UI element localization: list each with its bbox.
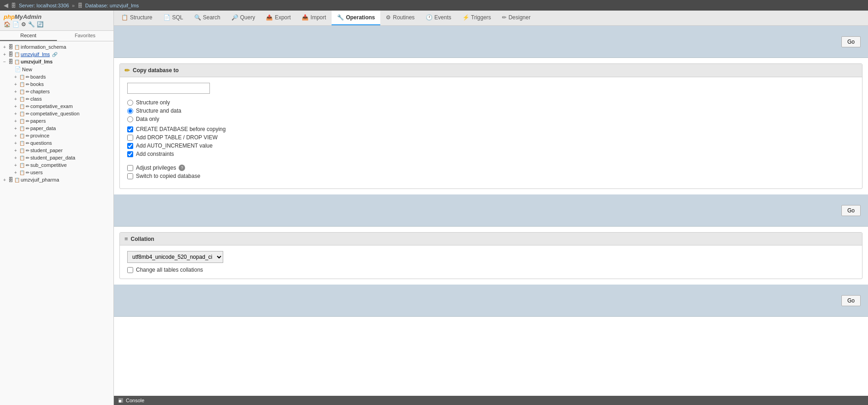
breadcrumb-bar: ◀ 🗄 Server: localhost:3306 » 🗄 Database:… bbox=[0, 0, 868, 11]
cb-create-db[interactable]: CREATE DATABASE before copying bbox=[127, 126, 855, 132]
table-label: student_paper_data bbox=[30, 155, 75, 160]
db-icon2: 📋 bbox=[14, 45, 20, 50]
db-item-questions[interactable]: + 📋 ✏ questions bbox=[0, 139, 113, 147]
db-breadcrumb[interactable]: Database: umzvjuif_lms bbox=[85, 3, 139, 8]
db-item-papers[interactable]: + 📋 ✏ papers bbox=[0, 117, 113, 125]
cb-switch-db[interactable]: Switch to copied database bbox=[127, 173, 855, 179]
table-label: boards bbox=[30, 74, 46, 80]
tab-triggers[interactable]: ⚡ Triggers bbox=[457, 11, 497, 25]
nav-back-button[interactable]: ◀ bbox=[4, 2, 8, 9]
cb-constraints[interactable]: Add constraints bbox=[127, 151, 855, 157]
bottom-go-button[interactable]: Go bbox=[841, 295, 861, 306]
radio-data-only-input[interactable] bbox=[127, 116, 133, 122]
tab-sql[interactable]: 📄 SQL bbox=[158, 11, 189, 25]
db-item-student-paper[interactable]: + 📋 ✏ student_paper bbox=[0, 147, 113, 154]
edit-icon: ✏ bbox=[26, 104, 29, 109]
cb-constraints-label: Add constraints bbox=[136, 151, 174, 157]
db-item-umzvjuif-pharma[interactable]: + 🗄 📋 umzvjuif_pharma bbox=[0, 176, 113, 183]
cb-change-collation[interactable]: Change all tables collations bbox=[127, 267, 855, 273]
table-label: student_paper bbox=[30, 148, 62, 153]
tab-query[interactable]: 🔎 Query bbox=[226, 11, 261, 25]
cb-adjust-priv-input[interactable] bbox=[127, 165, 133, 171]
db-item-information-schema[interactable]: + 🗄 📋 information_schema bbox=[0, 43, 113, 51]
db-item-sub-competitive[interactable]: + 📋 ✏ sub_competitive bbox=[0, 161, 113, 169]
cb-drop-table-input[interactable] bbox=[127, 135, 133, 141]
tab-operations[interactable]: 🔧 Operations bbox=[332, 11, 380, 25]
link-icon: 🔗 bbox=[52, 52, 57, 57]
table-label: books bbox=[30, 81, 44, 87]
db-icon: 🗄 bbox=[8, 177, 13, 183]
cb-constraints-input[interactable] bbox=[127, 151, 133, 157]
cb-adjust-priv[interactable]: Adjust privileges ? bbox=[127, 165, 855, 171]
db-item-new[interactable]: 📄 New bbox=[0, 65, 113, 73]
db-item-competative-question[interactable]: + 📋 ✏ competative_question bbox=[0, 110, 113, 117]
cb-create-db-input[interactable] bbox=[127, 126, 133, 132]
cb-change-collation-input[interactable] bbox=[127, 267, 133, 273]
cb-drop-table[interactable]: Add DROP TABLE / DROP VIEW bbox=[127, 134, 855, 141]
db-item-users[interactable]: + 📋 ✏ users bbox=[0, 169, 113, 176]
db-item-class[interactable]: + 📋 ✏ class bbox=[0, 95, 113, 103]
designer-icon: ✏ bbox=[502, 14, 507, 21]
docs-icon[interactable]: 📄 bbox=[12, 21, 19, 28]
radio-structure-data[interactable]: Structure and data bbox=[127, 108, 855, 114]
tab-structure[interactable]: 📋 Structure bbox=[116, 11, 158, 25]
db-item-books[interactable]: + 📋 ✏ books bbox=[0, 80, 113, 88]
db-icon: 🗄 bbox=[8, 51, 13, 57]
copy-database-panel: ✏ Copy database to Structure only bbox=[119, 63, 862, 189]
db-item-student-paper-data[interactable]: + 📋 ✏ student_paper_data bbox=[0, 154, 113, 161]
tab-search[interactable]: 🔍 Search bbox=[189, 11, 226, 25]
db-label: information_schema bbox=[21, 44, 66, 50]
tools-icon[interactable]: 🔧 bbox=[28, 21, 35, 28]
tab-export[interactable]: 📤 Export bbox=[260, 11, 296, 25]
db-item-umzvjuif-lms-expanded[interactable]: − 🗄 📋 umzvjuif_lms bbox=[0, 58, 113, 65]
db-item-paper-data[interactable]: + 📋 ✏ paper_data bbox=[0, 125, 113, 132]
main-content: 📋 Structure 📄 SQL 🔍 Search 🔎 Query 📤 bbox=[114, 11, 868, 405]
middle-go-button[interactable]: Go bbox=[841, 205, 861, 216]
top-go-button[interactable]: Go bbox=[841, 36, 861, 47]
tab-bar: 📋 Structure 📄 SQL 🔍 Search 🔎 Query 📤 bbox=[114, 11, 868, 26]
collation-select[interactable]: utf8mb4_unicode_520_nopad_ci utf8mb4_gen… bbox=[127, 251, 223, 263]
table-icon: 📋 bbox=[19, 97, 25, 102]
db-item-boards[interactable]: + 📋 ✏ boards bbox=[0, 73, 113, 80]
db-label-link: umzvjuif_lms bbox=[21, 51, 50, 57]
home-icon[interactable]: 🏠 bbox=[4, 21, 11, 28]
toggle-icon: + bbox=[13, 155, 18, 160]
db-item-competative-exam[interactable]: + 📋 ✏ competative_exam bbox=[0, 103, 113, 110]
edit-icon: ✏ bbox=[26, 82, 29, 87]
tab-routines[interactable]: ⚙ Routines bbox=[380, 11, 420, 25]
tab-designer[interactable]: ✏ Designer bbox=[496, 11, 536, 25]
radio-structure-only-input[interactable] bbox=[127, 100, 133, 106]
db-icon2: 📋 bbox=[14, 177, 20, 183]
tab-recent[interactable]: Recent bbox=[0, 31, 57, 41]
toggle-icon: + bbox=[13, 89, 18, 94]
edit-icon: ✏ bbox=[26, 148, 29, 153]
settings-icon[interactable]: ⚙ bbox=[21, 21, 26, 28]
toggle-icon: + bbox=[13, 97, 18, 102]
radio-structure-only[interactable]: Structure only bbox=[127, 99, 855, 106]
radio-structure-data-input[interactable] bbox=[127, 108, 133, 114]
edit-icon: ✏ bbox=[26, 74, 29, 80]
sidebar: phpMyAdmin 🏠 📄 ⚙ 🔧 🔄 Recent Favorites bbox=[0, 11, 114, 405]
refresh-icon[interactable]: 🔄 bbox=[37, 21, 44, 28]
radio-data-only[interactable]: Data only bbox=[127, 116, 855, 122]
db-item-province[interactable]: + 📋 ✏ province bbox=[0, 132, 113, 139]
tab-import[interactable]: 📥 Import bbox=[296, 11, 332, 25]
breadcrumb-sep: » bbox=[72, 3, 74, 8]
db-item-umzvjuif-lms-link[interactable]: + 🗄 📋 umzvjuif_lms 🔗 bbox=[0, 51, 113, 58]
cb-auto-inc[interactable]: Add AUTO_INCREMENT value bbox=[127, 143, 855, 149]
copy-database-title: Copy database to bbox=[133, 67, 179, 74]
console-bar[interactable]: ■ Console bbox=[114, 396, 868, 405]
cb-auto-inc-input[interactable] bbox=[127, 143, 133, 149]
help-icon[interactable]: ? bbox=[179, 165, 185, 171]
sql-icon: 📄 bbox=[163, 14, 170, 21]
server-breadcrumb[interactable]: Server: localhost:3306 bbox=[19, 3, 69, 8]
tab-events[interactable]: 🕐 Events bbox=[420, 11, 457, 25]
copy-database-input[interactable] bbox=[127, 83, 210, 94]
db-item-chapters[interactable]: + 📋 ✏ chapters bbox=[0, 88, 113, 95]
operations-icon: 🔧 bbox=[337, 14, 344, 21]
toggle-icon: + bbox=[2, 52, 7, 57]
collation-body: utf8mb4_unicode_520_nopad_ci utf8mb4_gen… bbox=[120, 245, 862, 279]
edit-icon: ✏ bbox=[26, 170, 29, 175]
tab-favorites[interactable]: Favorites bbox=[57, 31, 114, 41]
cb-switch-db-input[interactable] bbox=[127, 173, 133, 179]
